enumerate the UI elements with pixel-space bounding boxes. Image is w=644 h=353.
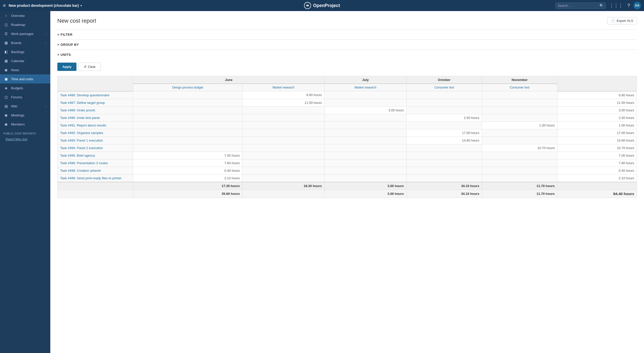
cell-june-mr (243, 144, 325, 152)
table-row: Task #490: Invite test panel 2.50 hours … (58, 114, 637, 121)
sidebar-item-boards[interactable]: ▦ Boards → (0, 38, 50, 47)
task-link[interactable]: Task #496: Presentation 3 routes (60, 161, 108, 165)
cell-june-mr (243, 121, 325, 129)
task-link[interactable]: Task #490: Invite test panel (60, 116, 100, 120)
sidebar-item-overview[interactable]: ○ Overview (0, 11, 50, 20)
subtotal-ct1: 34.10 hours (407, 182, 482, 190)
cell-nov-ct (482, 159, 557, 167)
cell-total: 14.60 hours (557, 137, 637, 144)
sub-header-mr1: Market research (243, 84, 325, 91)
units-header[interactable]: ▾ UNITS (57, 50, 637, 59)
filter-header[interactable]: ▾ FILTER (57, 29, 637, 38)
subtotal-mr1: 18.30 hours (243, 182, 325, 190)
time-costs-icon: ▣ (4, 77, 9, 81)
cell-june-dpb (133, 91, 243, 99)
cell-oct-ct (407, 174, 482, 182)
task-link[interactable]: Task #489: Order proofs (60, 108, 95, 112)
cell-oct-ct (407, 99, 482, 106)
sidebar-item-roadmap[interactable]: ◫ Roadmap (0, 20, 50, 29)
subtotal-label (58, 182, 133, 190)
task-cell: Task #493: Panel 1 execution (58, 137, 133, 144)
project-name[interactable]: New product development (chocolate bar) … (9, 4, 82, 8)
sidebar-item-members[interactable]: ◉ Members (0, 120, 50, 129)
cell-nov-ct (482, 99, 557, 106)
help-icon[interactable]: ? (626, 2, 631, 9)
cell-total: 7.00 hours (557, 152, 637, 159)
cell-nov-ct (482, 91, 557, 99)
grand-total-dpb: 35.60 hours (133, 190, 243, 198)
wiki-arrow: → (44, 105, 47, 108)
page-title: New cost report (57, 18, 96, 24)
sidebar-item-work-packages[interactable]: ☰ Work packages → (0, 29, 50, 38)
export-icon: 📄 (611, 19, 615, 23)
cell-june-dpb: 7.80 hours (133, 159, 243, 167)
table-row: Task #496: Presentation 3 routes 7.80 ho… (58, 159, 637, 167)
report-table: June July October November Design proces… (57, 76, 637, 198)
sidebar-item-budgets[interactable]: ◈ Budgets (0, 83, 50, 93)
cell-june-mr (243, 129, 325, 137)
cell-total: 2.50 hours (557, 114, 637, 121)
table-row: Task #495: Brief agency 7.00 hours 7.00 … (58, 152, 637, 159)
task-link[interactable]: Task #499: Send print-ready files to pri… (60, 176, 122, 180)
cell-july-mr (325, 121, 407, 129)
task-cell: Task #490: Invite test panel (58, 114, 133, 121)
export-xls-button[interactable]: 📄 Export XLS (607, 17, 637, 24)
sidebar-item-time-and-costs[interactable]: ▣ Time and costs (0, 74, 50, 83)
cell-june-mr (243, 159, 325, 167)
overview-icon: ○ (4, 14, 9, 18)
work-packages-arrow: → (44, 32, 47, 35)
task-link[interactable]: Task #493: Panel 1 execution (60, 139, 103, 142)
search-input[interactable] (558, 4, 599, 8)
cell-june-mr (243, 137, 325, 144)
task-link[interactable]: Task #487: Define target group (60, 101, 105, 105)
report-may-july-link[interactable]: Report May-July (0, 136, 50, 143)
task-link[interactable]: Task #491: Report about results (60, 123, 106, 127)
cell-june-mr (243, 106, 325, 114)
cell-july-mr (325, 152, 407, 159)
group-by-header[interactable]: ▾ GROUP BY (57, 39, 637, 49)
filter-chevron-icon: ▾ (57, 33, 59, 36)
cell-oct-ct (407, 121, 482, 129)
task-cell: Task #494: Panel 2 execution (58, 144, 133, 152)
sidebar-item-forums[interactable]: ◫ Forums (0, 93, 50, 102)
subtotal-dpb: 17.30 hours (133, 182, 243, 190)
cell-oct-ct (407, 152, 482, 159)
apps-icon[interactable]: ⋮⋮⋮ (608, 2, 624, 9)
sidebar-item-calendar[interactable]: ▦ Calendar (0, 56, 50, 65)
sidebar-item-wiki[interactable]: ▤ Wiki → (0, 102, 50, 111)
june-header: June (133, 76, 325, 84)
boards-arrow: → (44, 41, 47, 44)
cell-july-mr (325, 114, 407, 121)
cell-oct-ct: 2.50 hours (407, 114, 482, 121)
task-link[interactable]: Task #498: Creation artwork (60, 169, 101, 172)
cell-june-mr (243, 114, 325, 121)
october-header: October (407, 76, 482, 84)
search-box[interactable]: 🔍 (555, 3, 606, 9)
page-title-row: New cost report 📄 Export XLS (57, 17, 637, 24)
cell-total: 11.50 hours (557, 99, 637, 106)
sidebar-item-backlogs[interactable]: ◧ Backlogs (0, 47, 50, 56)
top-nav: ≡ New product development (chocolate bar… (0, 0, 644, 11)
cell-june-dpb (133, 99, 243, 106)
cell-total: 2.10 hours (557, 174, 637, 182)
avatar[interactable]: AA (633, 2, 641, 9)
task-cell: Task #496: Presentation 3 routes (58, 159, 133, 167)
sidebar-item-meetings[interactable]: ◉ Meetings (0, 111, 50, 120)
meetings-icon: ◉ (4, 113, 9, 117)
cell-june-mr (243, 152, 325, 159)
project-dropdown-icon: ▾ (80, 4, 82, 7)
task-link[interactable]: Task #492: Organize samples (60, 131, 103, 135)
units-section: ▾ UNITS (57, 50, 637, 59)
cell-total: 0.40 hours (557, 167, 637, 174)
task-link[interactable]: Task #486: Develop questionnaire (60, 93, 109, 97)
task-link[interactable]: Task #495: Brief agency (60, 154, 95, 157)
sidebar-item-news[interactable]: ◉ News (0, 65, 50, 74)
clear-button[interactable]: ↺ Clear (78, 63, 101, 71)
task-link[interactable]: Task #494: Panel 2 execution (60, 146, 103, 150)
cell-nov-ct (482, 106, 557, 114)
apply-button[interactable]: Apply (57, 63, 76, 71)
subtotal-total (557, 182, 637, 190)
cell-nov-ct (482, 114, 557, 121)
cell-july-mr (325, 174, 407, 182)
hamburger-icon[interactable]: ≡ (3, 3, 6, 8)
